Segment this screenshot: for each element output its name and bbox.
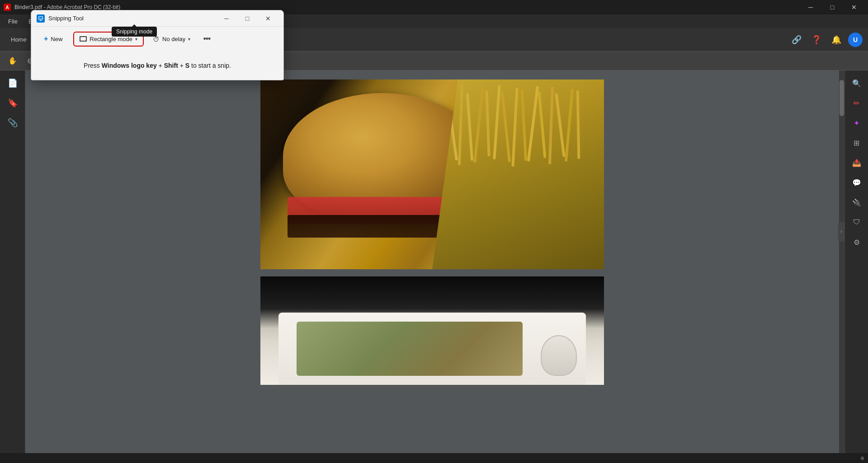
more-options-icon: ••• — [203, 34, 210, 44]
snipping-window-controls: ─ □ ✕ — [217, 12, 278, 25]
status-bar: ⊕ — [0, 453, 868, 463]
right-ai-icon[interactable]: ✦ — [848, 114, 866, 132]
snipping-title-bar: Snipping Tool ─ □ ✕ — [31, 10, 283, 27]
plus-icon: + — [44, 35, 48, 43]
s-key-text: S — [185, 62, 189, 69]
delay-chevron-icon: ▾ — [188, 37, 190, 42]
status-text: ⊕ — [860, 455, 864, 461]
snipping-mode-tooltip-text: Snipping mode — [116, 28, 152, 35]
title-bar-controls: ─ □ ✕ — [800, 0, 864, 14]
main-area: 📄 🔖 📎 — [0, 70, 868, 453]
food-image-2 — [260, 276, 604, 385]
right-collapse-button[interactable]: › — [838, 222, 844, 242]
new-button-label: New — [51, 36, 62, 42]
minimize-button[interactable]: ─ — [800, 0, 821, 14]
snipping-body: Press Windows logo key + Shift + S to st… — [31, 51, 283, 80]
delay-label: No delay — [162, 36, 185, 42]
right-edit-icon[interactable]: ✏ — [848, 94, 866, 112]
toolbar-right: 🔗 ❓ 🔔 U — [788, 32, 863, 48]
snipping-toolbar: + New Rectangle mode ▾ ⏱ No delay ▾ ••• — [31, 27, 283, 51]
snipping-maximize-button[interactable]: □ — [237, 12, 257, 25]
snipping-mode-tooltip: Snipping mode — [112, 27, 157, 37]
snipping-close-button[interactable]: ✕ — [258, 12, 278, 25]
snipping-app-icon — [37, 14, 45, 23]
snipping-new-button[interactable]: + New — [37, 31, 70, 47]
menu-file[interactable]: File — [4, 16, 22, 27]
windows-key-text: Windows logo key — [102, 62, 157, 69]
hand-tool-button[interactable]: ✋ — [5, 54, 20, 68]
window-title: Binder3.pdf - Adobe Acrobat Pro DC (32-b… — [14, 4, 120, 10]
close-button[interactable]: ✕ — [844, 0, 864, 14]
help-icon[interactable]: ❓ — [808, 32, 825, 48]
right-plugin-icon[interactable]: 🔌 — [848, 193, 866, 211]
right-shield-icon[interactable]: 🛡 — [848, 213, 866, 231]
right-panel: 🔍 ✏ ✦ ⊞ 📤 💬 🔌 🛡 ⚙ › — [844, 70, 868, 453]
snipping-hint: Press Windows logo key + Shift + S to st… — [40, 62, 274, 69]
sidebar-bookmark-icon[interactable]: 🔖 — [4, 94, 22, 112]
scrollbar-thumb[interactable] — [840, 80, 844, 116]
sidebar-attachment-icon[interactable]: 📎 — [4, 114, 22, 132]
snipping-title-left: Snipping Tool — [37, 14, 84, 23]
right-tools-icon[interactable]: ⊞ — [848, 134, 866, 152]
right-comment-icon[interactable]: 💬 — [848, 173, 866, 192]
right-search-icon[interactable]: 🔍 — [848, 74, 866, 92]
right-export-icon[interactable]: 📤 — [848, 154, 866, 172]
snipping-minimize-button[interactable]: ─ — [217, 12, 236, 25]
notification-icon[interactable]: 🔔 — [828, 32, 844, 48]
more-options-button[interactable]: ••• — [199, 32, 214, 46]
sidebar-page-icon[interactable]: 📄 — [4, 74, 22, 92]
rectangle-chevron-icon: ▾ — [135, 37, 137, 42]
pdf-viewer — [25, 70, 839, 453]
acrobat-icon: A — [4, 4, 11, 11]
shift-key-text: Shift — [164, 62, 178, 69]
home-button[interactable]: Home — [5, 33, 32, 46]
burger-image — [260, 80, 604, 269]
snipping-tool-window: Snipping Tool ─ □ ✕ Snipping mode + New … — [31, 10, 284, 80]
right-settings-icon[interactable]: ⚙ — [848, 233, 866, 251]
left-sidebar: 📄 🔖 📎 — [0, 70, 25, 453]
rectangle-mode-icon — [80, 36, 87, 42]
pdf-page-2 — [260, 276, 604, 385]
snipping-title-text: Snipping Tool — [48, 15, 84, 22]
share-icon[interactable]: 🔗 — [788, 32, 805, 48]
pdf-page-1 — [260, 80, 604, 269]
user-avatar[interactable]: U — [848, 33, 863, 47]
maximize-button[interactable]: □ — [822, 0, 843, 14]
scrollbar[interactable] — [839, 70, 844, 453]
